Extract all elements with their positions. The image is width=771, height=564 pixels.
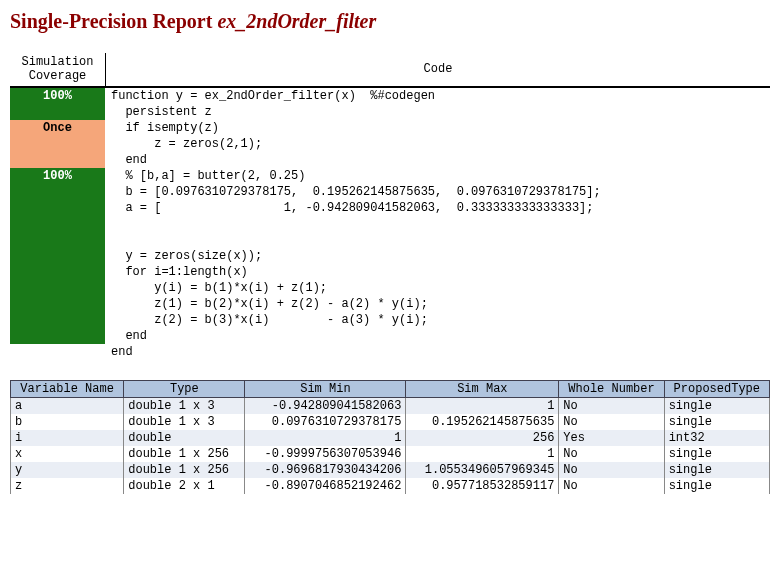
code-line: end — [111, 328, 771, 344]
code-line: end — [111, 152, 771, 168]
coverage-cell — [10, 184, 105, 200]
coverage-cell — [10, 328, 105, 344]
cell-min: -0.9696817930434206 — [245, 462, 406, 478]
table-row: bdouble 1 x 30.09763107293781750.1952621… — [11, 414, 770, 430]
var-header: Type — [124, 380, 245, 397]
cell-name: y — [11, 462, 124, 478]
variable-table: Variable NameTypeSim MinSim MaxWhole Num… — [10, 380, 770, 494]
coverage-cell — [10, 248, 105, 264]
code-line: b = [0.0976310729378175, 0.1952621458756… — [111, 184, 771, 200]
coverage-cell: 100% — [10, 88, 105, 104]
cell-type: double 1 x 3 — [124, 414, 245, 430]
cell-wn: No — [559, 446, 664, 462]
cell-name: a — [11, 397, 124, 414]
code-line: persistent z — [111, 104, 771, 120]
cell-type: double 2 x 1 — [124, 478, 245, 494]
code-body: 100%Once100% function y = ex_2ndOrder_fi… — [10, 88, 771, 360]
table-row: zdouble 2 x 1-0.89070468521924620.957718… — [11, 478, 770, 494]
cell-type: double 1 x 256 — [124, 462, 245, 478]
cell-wn: No — [559, 397, 664, 414]
title-filename: ex_2ndOrder_filter — [217, 10, 376, 32]
cell-min: 1 — [245, 430, 406, 446]
code-line: z(1) = b(2)*x(i) + z(2) - a(2) * y(i); — [111, 296, 771, 312]
report-title: Single-Precision Report ex_2ndOrder_filt… — [10, 10, 771, 33]
cell-pt: int32 — [664, 430, 769, 446]
var-header: Sim Min — [245, 380, 406, 397]
cell-type: double 1 x 256 — [124, 446, 245, 462]
cell-name: b — [11, 414, 124, 430]
code-line: if isempty(z) — [111, 120, 771, 136]
cell-wn: No — [559, 462, 664, 478]
coverage-cell — [10, 344, 105, 360]
cell-name: z — [11, 478, 124, 494]
title-prefix: Single-Precision Report — [10, 10, 217, 32]
cell-pt: single — [664, 478, 769, 494]
cell-name: x — [11, 446, 124, 462]
coverage-column: 100%Once100% — [10, 88, 105, 360]
cell-max: 0.195262145875635 — [406, 414, 559, 430]
coverage-cell — [10, 136, 105, 152]
coverage-cell: Once — [10, 120, 105, 136]
table-row: ydouble 1 x 256-0.96968179304342061.0553… — [11, 462, 770, 478]
var-header: ProposedType — [664, 380, 769, 397]
coverage-header: Simulation Coverage — [10, 53, 106, 88]
cell-pt: single — [664, 446, 769, 462]
coverage-cell — [10, 280, 105, 296]
coverage-cell — [10, 104, 105, 120]
coverage-cell — [10, 216, 105, 232]
cell-pt: single — [664, 414, 769, 430]
cell-min: 0.0976310729378175 — [245, 414, 406, 430]
coverage-cell — [10, 152, 105, 168]
cell-type: double 1 x 3 — [124, 397, 245, 414]
cell-max: 0.957718532859117 — [406, 478, 559, 494]
coverage-cell — [10, 200, 105, 216]
coverage-cell — [10, 264, 105, 280]
coverage-cell — [10, 296, 105, 312]
cell-name: i — [11, 430, 124, 446]
cell-wn: No — [559, 414, 664, 430]
code-line: y = zeros(size(x)); — [111, 248, 771, 264]
var-header: Sim Max — [406, 380, 559, 397]
coverage-cell — [10, 312, 105, 328]
cell-max: 1 — [406, 397, 559, 414]
code-line: z = zeros(2,1); — [111, 136, 771, 152]
code-line: a = [ 1, -0.942809041582063, 0.333333333… — [111, 200, 771, 216]
table-row: xdouble 1 x 256-0.99997563070539461Nosin… — [11, 446, 770, 462]
coverage-cell: 100% — [10, 168, 105, 184]
code-header: Code — [106, 53, 770, 88]
code-line — [111, 232, 771, 248]
var-header: Whole Number — [559, 380, 664, 397]
cell-min: -0.942809041582063 — [245, 397, 406, 414]
cell-pt: single — [664, 462, 769, 478]
code-line — [111, 216, 771, 232]
var-header-row: Variable NameTypeSim MinSim MaxWhole Num… — [11, 380, 770, 397]
code-line: z(2) = b(3)*x(i) - a(3) * y(i); — [111, 312, 771, 328]
cell-max: 1.0553496057969345 — [406, 462, 559, 478]
cell-wn: Yes — [559, 430, 664, 446]
code-line: end — [111, 344, 771, 360]
cell-wn: No — [559, 478, 664, 494]
code-line: % [b,a] = butter(2, 0.25) — [111, 168, 771, 184]
code-line: y(i) = b(1)*x(i) + z(1); — [111, 280, 771, 296]
cell-pt: single — [664, 397, 769, 414]
cell-max: 1 — [406, 446, 559, 462]
code-header-row: Simulation Coverage Code — [10, 53, 770, 88]
var-header: Variable Name — [11, 380, 124, 397]
code-line: for i=1:length(x) — [111, 264, 771, 280]
cell-min: -0.9999756307053946 — [245, 446, 406, 462]
code-column: function y = ex_2ndOrder_filter(x) %#cod… — [105, 88, 771, 360]
cell-max: 256 — [406, 430, 559, 446]
cell-type: double — [124, 430, 245, 446]
code-line: function y = ex_2ndOrder_filter(x) %#cod… — [111, 88, 771, 104]
cell-min: -0.8907046852192462 — [245, 478, 406, 494]
table-row: idouble1256Yesint32 — [11, 430, 770, 446]
coverage-cell — [10, 232, 105, 248]
table-row: adouble 1 x 3-0.9428090415820631Nosingle — [11, 397, 770, 414]
